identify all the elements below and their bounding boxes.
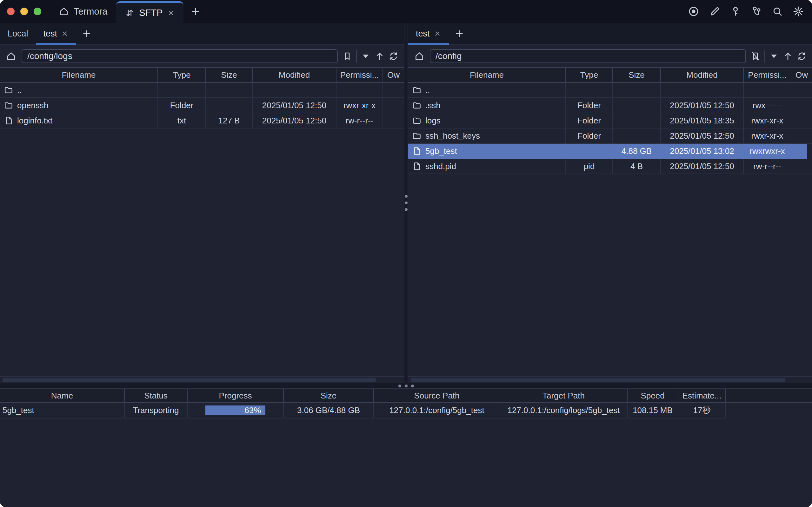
- plus-icon: [82, 29, 92, 38]
- column-header-owner[interactable]: Ow: [383, 68, 404, 82]
- filename-label: logs: [425, 116, 441, 126]
- progress-bar: 63%: [205, 405, 266, 415]
- traffic-lights: [0, 0, 50, 23]
- record-button[interactable]: [686, 4, 701, 19]
- owner-cell: [383, 83, 404, 97]
- left-pane: Local test: [0, 23, 404, 383]
- left-tab-test[interactable]: test: [36, 23, 76, 44]
- sftp-split-view: Local test: [0, 23, 812, 383]
- plus-icon: [191, 6, 201, 16]
- scrollbar-thumb[interactable]: [411, 378, 785, 382]
- column-header-size[interactable]: Size: [206, 68, 253, 82]
- filename-cell: ssh_host_keys: [408, 128, 566, 143]
- keychain-button[interactable]: [749, 4, 764, 19]
- column-header-speed[interactable]: Speed: [628, 389, 679, 402]
- key-icon: [730, 6, 741, 17]
- filename-label: openssh: [17, 101, 48, 110]
- arrow-up-icon: [374, 51, 385, 62]
- left-tab-close-button[interactable]: [61, 30, 68, 38]
- left-home-button[interactable]: [4, 49, 18, 63]
- column-header-estimate[interactable]: Estimate...: [679, 389, 726, 402]
- table-row[interactable]: .ssh Folder 2025/01/05 12:50 rwx------: [408, 98, 812, 113]
- minimize-window-button[interactable]: [20, 8, 28, 15]
- column-header-type[interactable]: Type: [158, 68, 206, 82]
- type-cell: pid: [566, 159, 613, 174]
- tab-sftp[interactable]: SFTP: [116, 1, 183, 23]
- column-header-filename[interactable]: Filename: [0, 68, 158, 82]
- right-home-button[interactable]: [412, 49, 427, 63]
- left-bookmark-dropdown[interactable]: [359, 49, 372, 63]
- close-window-button[interactable]: [7, 8, 15, 15]
- folder-icon: [412, 116, 422, 125]
- left-horizontal-scrollbar: [0, 376, 404, 383]
- close-icon: [434, 30, 441, 38]
- table-row-selected[interactable]: 5gb_test 4.88 GB 2025/01/05 13:02 rwxrwx…: [408, 144, 812, 159]
- table-row[interactable]: openssh Folder 2025/01/05 12:50 rwxr-xr-…: [0, 98, 404, 113]
- table-row[interactable]: logs Folder 2025/01/05 18:35 rwxr-xr-x: [408, 113, 812, 128]
- owner-cell: [383, 113, 404, 128]
- right-tab-close-button[interactable]: [434, 30, 441, 38]
- right-bookmark-remove-button[interactable]: [749, 49, 762, 63]
- table-row[interactable]: ..: [408, 83, 812, 98]
- size-cell: [613, 128, 661, 143]
- transfer-row[interactable]: 5gb_test Transporting 63% 3.06 GB/4.88 G…: [0, 403, 812, 418]
- left-bookmark-button[interactable]: [341, 49, 354, 63]
- right-bookmark-dropdown[interactable]: [767, 49, 780, 63]
- left-parent-dir-button[interactable]: [373, 49, 386, 63]
- type-cell: Folder: [158, 98, 206, 113]
- new-tab-button[interactable]: [183, 0, 208, 23]
- right-parent-dir-button[interactable]: [781, 49, 794, 63]
- modified-cell: 2025/01/05 12:50: [661, 159, 744, 174]
- column-header-permissions[interactable]: Permissi...: [744, 68, 791, 82]
- table-row[interactable]: sshd.pid pid 4 B 2025/01/05 12:50 rw-r--…: [408, 159, 812, 174]
- right-refresh-button[interactable]: [796, 49, 808, 63]
- type-cell: [566, 83, 613, 97]
- close-icon[interactable]: [167, 9, 175, 17]
- pane-splitter[interactable]: [404, 23, 408, 383]
- left-refresh-button[interactable]: [387, 49, 400, 63]
- column-header-source-path[interactable]: Source Path: [374, 389, 500, 402]
- permissions-cell: rwx------: [744, 98, 791, 113]
- tab-termora[interactable]: Termora: [50, 0, 116, 23]
- column-header-status[interactable]: Status: [125, 389, 187, 402]
- right-tab-test[interactable]: test: [408, 23, 449, 44]
- search-button[interactable]: [770, 4, 785, 19]
- left-add-tab-button[interactable]: [76, 23, 97, 44]
- left-path-tools: [341, 49, 400, 63]
- table-row[interactable]: loginfo.txt txt 127 B 2025/01/05 12:50 r…: [0, 113, 404, 128]
- left-path-input[interactable]: [21, 49, 338, 63]
- right-add-tab-button[interactable]: [449, 23, 470, 44]
- column-header-name[interactable]: Name: [0, 389, 125, 402]
- settings-button[interactable]: [791, 4, 806, 19]
- transfers-splitter[interactable]: [0, 383, 812, 389]
- column-header-filename[interactable]: Filename: [408, 68, 566, 82]
- pencil-icon: [709, 6, 720, 17]
- table-row[interactable]: ..: [0, 83, 404, 98]
- permissions-cell: rw-r--r--: [336, 113, 383, 128]
- transfer-empty-cell: [726, 403, 812, 418]
- column-header-owner[interactable]: Ow: [791, 68, 812, 82]
- edit-button[interactable]: [707, 4, 722, 19]
- modified-cell: 2025/01/05 12:50: [253, 98, 336, 113]
- table-row[interactable]: ssh_host_keys Folder 2025/01/05 12:50 rw…: [408, 128, 812, 144]
- column-header-permissions[interactable]: Permissi...: [336, 68, 383, 82]
- left-tab-local[interactable]: Local: [0, 23, 36, 44]
- app-window: Termora SFTP Local: [0, 0, 812, 507]
- column-header-modified[interactable]: Modified: [253, 68, 336, 82]
- column-header-progress[interactable]: Progress: [187, 389, 284, 402]
- zoom-window-button[interactable]: [34, 8, 41, 15]
- transfer-target-cell: 127.0.0.1:/config/logs/5gb_test: [500, 403, 628, 418]
- column-header-modified[interactable]: Modified: [661, 68, 744, 82]
- transfer-size-cell: 3.06 GB/4.88 GB: [284, 403, 374, 418]
- modified-cell: [253, 83, 336, 97]
- modified-cell: 2025/01/05 12:50: [253, 113, 336, 128]
- scrollbar-thumb[interactable]: [3, 378, 376, 382]
- key-manager-button[interactable]: [728, 4, 743, 19]
- column-header-size[interactable]: Size: [613, 68, 661, 82]
- column-header-type[interactable]: Type: [566, 68, 613, 82]
- column-header-target-path[interactable]: Target Path: [500, 389, 628, 402]
- right-path-input[interactable]: [430, 49, 746, 63]
- column-header-size[interactable]: Size: [284, 389, 374, 402]
- bookmark-slash-icon: [750, 51, 761, 61]
- size-cell: [613, 113, 661, 128]
